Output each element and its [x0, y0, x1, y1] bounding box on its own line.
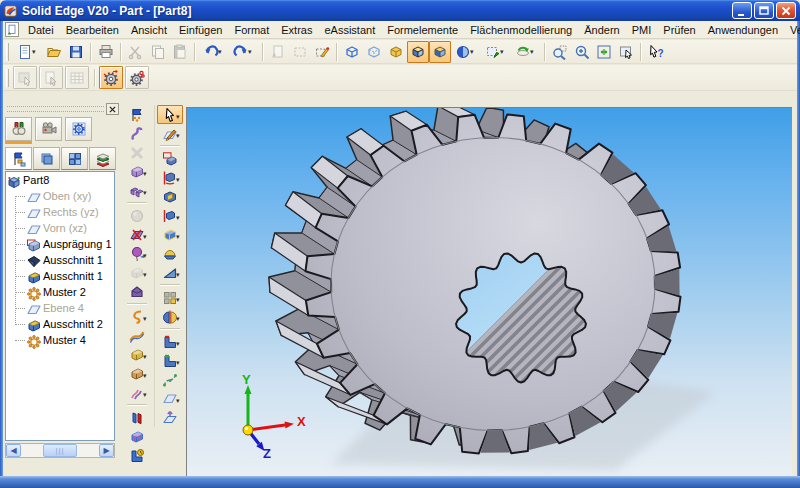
animation-button[interactable]: [35, 117, 62, 141]
tree-item-oben-xy[interactable]: Oben (xy): [6, 188, 114, 204]
dropdown-caret-icon[interactable]: ▾: [32, 48, 39, 56]
eassistant-design-button[interactable]: [125, 66, 149, 89]
dropdown-caret-icon[interactable]: ▾: [500, 48, 507, 56]
tree-item-vorn-xz[interactable]: Vorn (xz): [6, 220, 114, 236]
dropdown-caret-icon[interactable]: ▾: [143, 315, 150, 323]
tree-item-part8[interactable]: Part8: [6, 172, 114, 188]
swept-cutout-button[interactable]: ▾: [157, 225, 183, 244]
menu-einfuegen[interactable]: Einfügen: [173, 23, 228, 37]
tree-item-rechts-yz[interactable]: Rechts (yz): [6, 204, 114, 220]
shaded-with-edges-button[interactable]: [407, 41, 429, 63]
shaded-view-button[interactable]: [429, 41, 451, 63]
thin-wall-button[interactable]: ▾: [157, 332, 183, 351]
extend-surface-button[interactable]: ▾: [124, 244, 150, 263]
print-button[interactable]: [95, 41, 117, 63]
pattern-button[interactable]: ▾: [157, 288, 183, 307]
dropdown-caret-icon[interactable]: ▾: [143, 170, 150, 178]
dropdown-caret-icon[interactable]: ▾: [176, 359, 183, 367]
curve-by-table-button[interactable]: [124, 105, 150, 124]
library-button[interactable]: [5, 117, 32, 141]
zoom-area-button[interactable]: [549, 41, 571, 63]
save-button[interactable]: [65, 41, 87, 63]
extruded-surface-button[interactable]: ▾: [124, 181, 150, 200]
tab-feature-pathfinder[interactable]: [5, 147, 32, 170]
derived-curve-button[interactable]: ▾: [124, 345, 150, 364]
replace-face-button[interactable]: [124, 427, 150, 446]
menu-format[interactable]: Format: [228, 23, 275, 37]
hidden-edges-button[interactable]: [363, 41, 385, 63]
scroll-thumb[interactable]: |||: [43, 444, 77, 457]
scroll-left-arrow[interactable]: ◀: [6, 444, 21, 457]
previous-view-button[interactable]: [615, 41, 637, 63]
menu-pruefen[interactable]: Prüfen: [657, 23, 701, 37]
point-curve-button[interactable]: [157, 370, 183, 389]
keypoint-curve-button[interactable]: ▾: [124, 307, 150, 326]
open-button[interactable]: [43, 41, 65, 63]
menu-eassistant[interactable]: eAssistant: [318, 23, 381, 37]
selection-filter-button[interactable]: [311, 41, 333, 63]
edgebar-grip[interactable]: [7, 106, 104, 112]
sketch-button[interactable]: ▾: [157, 124, 183, 143]
eassistant-calculation-button[interactable]: [99, 66, 123, 89]
tree-item-ausschnitt-1[interactable]: Ausschnitt 1: [6, 252, 114, 268]
dropdown-caret-icon[interactable]: ▾: [143, 271, 150, 279]
menu-ansicht[interactable]: Ansicht: [125, 23, 173, 37]
dropdown-caret-icon[interactable]: ▾: [530, 48, 537, 56]
named-views-button[interactable]: ▾: [481, 41, 511, 63]
dropdown-caret-icon[interactable]: ▾: [176, 233, 183, 241]
menu-bearbeiten[interactable]: Bearbeiten: [60, 23, 125, 37]
tab-feature-library[interactable]: [61, 147, 88, 170]
visible-edges-button[interactable]: [341, 41, 363, 63]
dropdown-caret-icon[interactable]: ▾: [143, 353, 150, 361]
tree-item-muster-4[interactable]: Muster 4: [6, 332, 114, 348]
thin-region-button[interactable]: ▾: [157, 351, 183, 370]
minimize-button[interactable]: [732, 2, 752, 19]
dropdown-caret-icon[interactable]: ▾: [176, 340, 183, 348]
menu-verwalten[interactable]: Verwalten: [784, 23, 800, 37]
dropdown-caret-icon[interactable]: ▾: [143, 372, 150, 380]
wireframe-view-button[interactable]: [385, 41, 407, 63]
dropdown-caret-icon[interactable]: ▾: [176, 271, 183, 279]
undo-button[interactable]: ▾: [199, 41, 229, 63]
redo-button[interactable]: ▾: [229, 41, 259, 63]
menu-anwendungen[interactable]: Anwendungen: [702, 23, 784, 37]
close-button[interactable]: [776, 2, 796, 19]
tree-item-muster-2[interactable]: Muster 2: [6, 284, 114, 300]
model-viewport[interactable]: YXZ: [186, 107, 792, 476]
dropdown-caret-icon[interactable]: ▾: [176, 296, 183, 304]
split-face-button[interactable]: [124, 408, 150, 427]
revolved-cutout-button[interactable]: ▾: [157, 206, 183, 225]
dropdown-caret-icon[interactable]: ▾: [143, 233, 150, 241]
menu-pmi[interactable]: PMI: [626, 23, 658, 37]
scroll-track[interactable]: |||: [21, 444, 99, 457]
physical-properties-button[interactable]: [124, 446, 150, 465]
dropdown-caret-icon[interactable]: ▾: [176, 214, 183, 222]
toolbar-grip[interactable]: [6, 43, 9, 61]
menu-aendern[interactable]: Ändern: [578, 23, 625, 37]
scroll-right-arrow[interactable]: ▶: [99, 444, 114, 457]
menu-datei[interactable]: Datei: [22, 23, 60, 37]
rotate-view-button[interactable]: ▾: [511, 41, 541, 63]
dropdown-caret-icon[interactable]: ▾: [176, 132, 183, 140]
project-curve-button[interactable]: ▾: [124, 364, 150, 383]
dropdown-caret-icon[interactable]: ▾: [143, 391, 150, 399]
protrusion-button[interactable]: [157, 149, 183, 168]
tree-item-ebene-4[interactable]: Ebene 4: [6, 300, 114, 316]
tree-item-ausschnitt-2[interactable]: Ausschnitt 2: [6, 316, 114, 332]
tree-item-auspraegung-1[interactable]: Ausprägung 1: [6, 236, 114, 252]
dropdown-caret-icon[interactable]: ▾: [218, 48, 225, 56]
dropdown-caret-icon[interactable]: ▾: [176, 176, 183, 184]
help-pointer-button[interactable]: ?: [645, 41, 667, 63]
common-views-button[interactable]: ▾: [451, 41, 481, 63]
construction-display-button[interactable]: [157, 408, 183, 427]
reference-plane-button[interactable]: ▾: [157, 389, 183, 408]
dropdown-caret-icon[interactable]: ▾: [176, 315, 183, 323]
select-tool-button[interactable]: ▾: [157, 105, 183, 124]
cross-curve-button[interactable]: ▾: [124, 383, 150, 402]
dropdown-caret-icon[interactable]: ▾: [143, 189, 150, 197]
toolbar-grip-2[interactable]: [6, 69, 9, 87]
trim-surface-button[interactable]: ▾: [124, 225, 150, 244]
fit-button[interactable]: [593, 41, 615, 63]
tree-item-ausschnitt-1[interactable]: Ausschnitt 1: [6, 268, 114, 284]
swept-surface-button[interactable]: ▾: [124, 162, 150, 181]
